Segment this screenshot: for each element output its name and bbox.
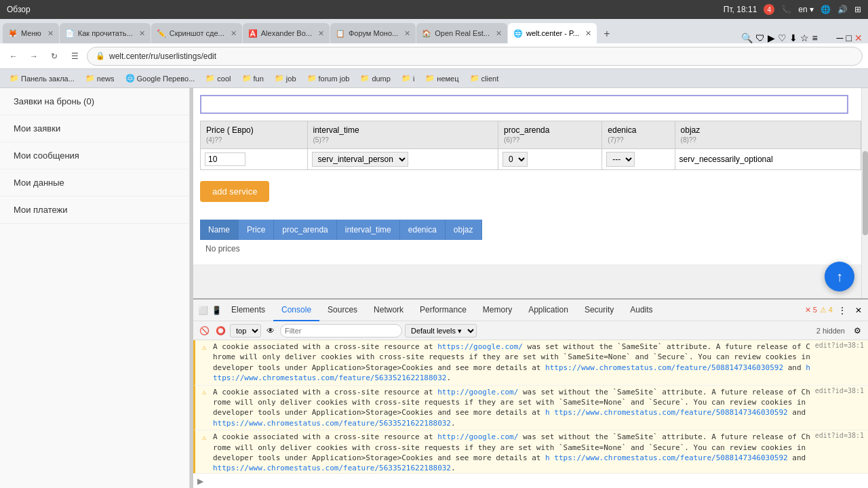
console-link-h1[interactable]: h ttps://www.chromestatus.com/feature/50…	[545, 408, 788, 417]
interval-select[interactable]: serv_interval_person	[312, 152, 408, 167]
devtools-inspect-button[interactable]: ⬜	[196, 304, 210, 317]
browser-play-icon[interactable]: ▶	[768, 33, 775, 43]
tab-forum[interactable]: 📋 Форум Моно... ✕	[330, 23, 416, 43]
devtools-tab-console[interactable]: Console	[273, 300, 319, 321]
console-settings-button[interactable]: ⚙	[850, 324, 864, 338]
sidebar-item-messages[interactable]: Мои сообщения	[0, 142, 189, 169]
bookmark-forum-job[interactable]: 📁 forum job	[303, 73, 354, 84]
price-input[interactable]	[205, 152, 245, 166]
results-col-price[interactable]: Price	[239, 220, 274, 240]
devtools-toolbar: 🚫 ⭕ top 👁 Default levels ▾ 2 hidden ⚙	[193, 321, 868, 340]
bookmark-panel[interactable]: 📁 Панель закла...	[5, 73, 79, 84]
tab-menu[interactable]: 🦊 Меню ✕	[3, 23, 59, 43]
minimize-button[interactable]: ─	[837, 33, 844, 43]
language-selector[interactable]: en ▾	[798, 5, 814, 14]
browser-menu-icon[interactable]: ≡	[812, 33, 817, 43]
devtools-tab-security[interactable]: Security	[576, 300, 622, 321]
console-preserve-button[interactable]: ⭕	[214, 324, 227, 338]
edenica-select[interactable]: ---	[606, 152, 635, 167]
console-clear-button[interactable]: 🚫	[197, 324, 211, 338]
tab-screenshot[interactable]: ✏️ Скриншот сде... ✕	[151, 23, 242, 43]
scrollbar-thumb[interactable]	[863, 151, 868, 235]
tab-close-welt[interactable]: ✕	[585, 29, 591, 38]
proc-select[interactable]: 0	[502, 152, 528, 167]
results-col-interval[interactable]: interval_time	[337, 220, 400, 240]
tab-alexander[interactable]: 🅰️ Alexander Bo... ✕	[243, 23, 330, 43]
console-input-row: ▶	[193, 473, 868, 488]
devtools-close-button[interactable]: ✕	[852, 304, 865, 317]
bookmark-cool[interactable]: 📁 cool	[201, 73, 235, 84]
tab-read[interactable]: 📄 Как прочитать... ✕	[60, 23, 151, 43]
devtools-tab-performance[interactable]: Performance	[412, 300, 475, 321]
devtools-tab-sources[interactable]: Sources	[319, 300, 366, 321]
sidebar-item-payments[interactable]: Мои платежи	[0, 197, 189, 224]
console-filter-input[interactable]	[280, 324, 402, 338]
viber-icon[interactable]: 📞	[781, 5, 791, 14]
forward-button[interactable]: →	[26, 48, 42, 64]
devtools-tab-audits[interactable]: Audits	[622, 300, 660, 321]
devtools-mobile-button[interactable]: 📱	[210, 304, 223, 317]
bookmark-client[interactable]: 📁 client	[466, 73, 503, 84]
add-service-button[interactable]: add service	[200, 181, 269, 202]
browser-heart-icon[interactable]: ♡	[778, 33, 787, 43]
tab-close-screenshot[interactable]: ✕	[231, 29, 237, 38]
bookmark-nemec[interactable]: 📁 немец	[421, 73, 462, 84]
devtools-more-button[interactable]: ⋮	[835, 304, 849, 317]
tab-icon-alexander: 🅰️	[248, 29, 258, 38]
bookmark-news[interactable]: 📁 news	[81, 73, 119, 84]
console-link-chromestatus3[interactable]: https://www.chromestatus.com/feature/563…	[213, 419, 451, 428]
bookmark-translate[interactable]: 🌐 Google Перево...	[121, 73, 199, 84]
page-scrollbar[interactable]	[861, 88, 868, 298]
url-bar[interactable]: 🔒 welt.center/ru/userlistings/edit	[87, 47, 863, 66]
tab-close-read[interactable]: ✕	[139, 29, 145, 38]
bookmark-fun[interactable]: 📁 fun	[238, 73, 268, 84]
sidebar-item-bookings[interactable]: Заявки на бронь (0)	[0, 88, 189, 115]
back-button[interactable]: ←	[5, 48, 22, 64]
page-info-button[interactable]: ☰	[66, 48, 83, 64]
console-link-google2[interactable]: http://google.com/	[437, 388, 518, 396]
bookmark-dump[interactable]: 📁 dump	[356, 73, 395, 84]
tab-close-menu[interactable]: ✕	[47, 29, 54, 38]
console-input[interactable]	[206, 476, 864, 485]
tab-open-real[interactable]: 🏠 Open Real Est... ✕	[416, 23, 507, 43]
tab-icon-welt: 🌐	[513, 29, 523, 38]
console-context-select[interactable]: top	[230, 324, 261, 338]
service-name-input[interactable]	[200, 95, 848, 114]
close-button[interactable]: ✕	[854, 33, 863, 43]
reload-button[interactable]: ↻	[46, 48, 62, 64]
console-eye-button[interactable]: 👁	[264, 324, 277, 338]
bookmark-i[interactable]: 📁 i	[397, 73, 418, 84]
browser-download-icon[interactable]: ⬇	[789, 33, 797, 43]
console-link-chromestatus4[interactable]: https://www.chromestatus.com/feature/563…	[213, 464, 451, 472]
tab-welt[interactable]: 🌐 welt.center - P... ✕	[508, 23, 597, 43]
sidebar-item-my-bookings[interactable]: Мои заявки	[0, 115, 189, 142]
price-cell	[201, 149, 308, 170]
tab-close-forum[interactable]: ✕	[404, 29, 410, 38]
devtools-tab-network[interactable]: Network	[366, 300, 412, 321]
browser-shield-icon[interactable]: 🛡	[755, 33, 765, 43]
results-col-objaz[interactable]: objaz	[446, 220, 482, 240]
console-link-chromestatus1[interactable]: https://www.chromestatus.com/feature/508…	[545, 363, 783, 372]
devtools-tab-memory[interactable]: Memory	[475, 300, 520, 321]
console-link-h2[interactable]: h ttps://www.chromestatus.com/feature/50…	[545, 453, 788, 462]
interval-cell: serv_interval_person	[307, 149, 498, 170]
new-tab-button[interactable]: +	[597, 24, 616, 43]
volume-icon[interactable]: 🔊	[837, 5, 848, 14]
console-level-select[interactable]: Default levels ▾	[405, 324, 477, 338]
browser-search-icon[interactable]: 🔍	[741, 33, 753, 43]
results-col-name[interactable]: Name	[200, 220, 239, 240]
bookmark-job[interactable]: 📁 job	[271, 73, 300, 84]
console-link-google1[interactable]: https://google.com/	[437, 342, 523, 351]
results-col-proc[interactable]: proc_arenda	[274, 220, 336, 240]
devtools-tab-elements[interactable]: Elements	[223, 300, 273, 321]
tab-close-alexander[interactable]: ✕	[318, 29, 324, 38]
maximize-button[interactable]: □	[846, 33, 852, 43]
scroll-to-top-button[interactable]: ↑	[825, 262, 854, 291]
sidebar-item-data[interactable]: Мои данные	[0, 169, 189, 197]
notification-badge[interactable]: 4	[764, 4, 774, 15]
devtools-tab-application[interactable]: Application	[520, 300, 576, 321]
results-col-edenica[interactable]: edenica	[400, 220, 446, 240]
console-link-google3[interactable]: http://google.com/	[437, 432, 518, 441]
browser-bookmark-icon[interactable]: ☆	[800, 33, 809, 43]
tab-close-open-real[interactable]: ✕	[496, 29, 502, 38]
